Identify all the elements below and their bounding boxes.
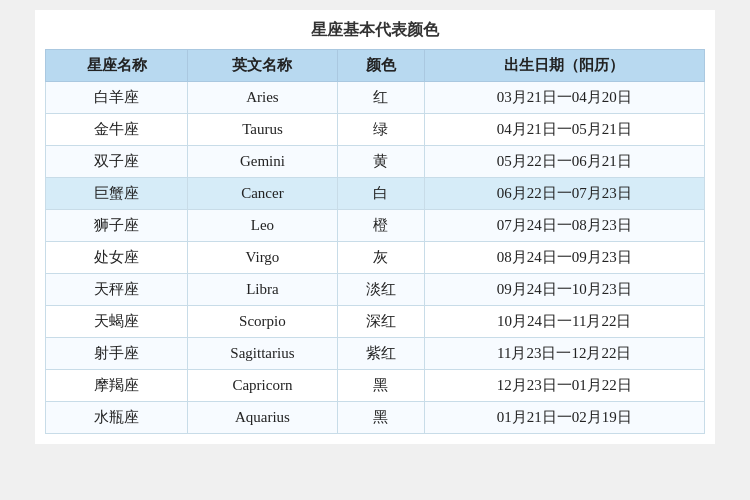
cell-date: 06月22日一07月23日 — [424, 178, 704, 210]
cell-chinese: 摩羯座 — [46, 370, 188, 402]
cell-color: 橙 — [337, 210, 424, 242]
col-header-date: 出生日期（阳历） — [424, 50, 704, 82]
cell-chinese: 射手座 — [46, 338, 188, 370]
cell-english: Libra — [188, 274, 338, 306]
cell-english: Aries — [188, 82, 338, 114]
cell-chinese: 狮子座 — [46, 210, 188, 242]
cell-color: 绿 — [337, 114, 424, 146]
cell-date: 07月24日一08月23日 — [424, 210, 704, 242]
table-row: 双子座Gemini黄05月22日一06月21日 — [46, 146, 705, 178]
cell-english: Taurus — [188, 114, 338, 146]
table-row: 金牛座Taurus绿04月21日一05月21日 — [46, 114, 705, 146]
table-body: 白羊座Aries红03月21日一04月20日金牛座Taurus绿04月21日一0… — [46, 82, 705, 434]
cell-date: 10月24日一11月22日 — [424, 306, 704, 338]
cell-date: 12月23日一01月22日 — [424, 370, 704, 402]
col-header-english: 英文名称 — [188, 50, 338, 82]
cell-date: 05月22日一06月21日 — [424, 146, 704, 178]
cell-date: 03月21日一04月20日 — [424, 82, 704, 114]
cell-english: Gemini — [188, 146, 338, 178]
col-header-chinese: 星座名称 — [46, 50, 188, 82]
page-title: 星座基本代表颜色 — [45, 20, 705, 41]
cell-color: 黑 — [337, 402, 424, 434]
cell-chinese: 双子座 — [46, 146, 188, 178]
table-row: 白羊座Aries红03月21日一04月20日 — [46, 82, 705, 114]
cell-date: 01月21日一02月19日 — [424, 402, 704, 434]
cell-color: 淡红 — [337, 274, 424, 306]
cell-chinese: 天秤座 — [46, 274, 188, 306]
cell-color: 灰 — [337, 242, 424, 274]
table-row: 天蝎座Scorpio深红10月24日一11月22日 — [46, 306, 705, 338]
cell-chinese: 处女座 — [46, 242, 188, 274]
table-row: 天秤座Libra淡红09月24日一10月23日 — [46, 274, 705, 306]
cell-date: 11月23日一12月22日 — [424, 338, 704, 370]
zodiac-table: 星座名称 英文名称 颜色 出生日期（阳历） 白羊座Aries红03月21日一04… — [45, 49, 705, 434]
table-row: 水瓶座Aquarius黑01月21日一02月19日 — [46, 402, 705, 434]
cell-english: Virgo — [188, 242, 338, 274]
table-row: 巨蟹座Cancer白06月22日一07月23日 — [46, 178, 705, 210]
cell-chinese: 白羊座 — [46, 82, 188, 114]
cell-date: 09月24日一10月23日 — [424, 274, 704, 306]
cell-english: Sagittarius — [188, 338, 338, 370]
cell-chinese: 天蝎座 — [46, 306, 188, 338]
table-row: 射手座Sagittarius紫红11月23日一12月22日 — [46, 338, 705, 370]
page-wrapper: 星座基本代表颜色 星座名称 英文名称 颜色 出生日期（阳历） 白羊座Aries红… — [35, 10, 715, 444]
cell-english: Leo — [188, 210, 338, 242]
cell-english: Cancer — [188, 178, 338, 210]
cell-english: Aquarius — [188, 402, 338, 434]
cell-chinese: 巨蟹座 — [46, 178, 188, 210]
cell-date: 04月21日一05月21日 — [424, 114, 704, 146]
cell-color: 红 — [337, 82, 424, 114]
table-row: 处女座Virgo灰08月24日一09月23日 — [46, 242, 705, 274]
cell-color: 黑 — [337, 370, 424, 402]
cell-english: Scorpio — [188, 306, 338, 338]
cell-chinese: 金牛座 — [46, 114, 188, 146]
col-header-color: 颜色 — [337, 50, 424, 82]
cell-english: Capricorn — [188, 370, 338, 402]
table-row: 摩羯座Capricorn黑12月23日一01月22日 — [46, 370, 705, 402]
table-row: 狮子座Leo橙07月24日一08月23日 — [46, 210, 705, 242]
cell-color: 白 — [337, 178, 424, 210]
cell-color: 黄 — [337, 146, 424, 178]
cell-color: 深红 — [337, 306, 424, 338]
cell-date: 08月24日一09月23日 — [424, 242, 704, 274]
cell-color: 紫红 — [337, 338, 424, 370]
cell-chinese: 水瓶座 — [46, 402, 188, 434]
table-header-row: 星座名称 英文名称 颜色 出生日期（阳历） — [46, 50, 705, 82]
